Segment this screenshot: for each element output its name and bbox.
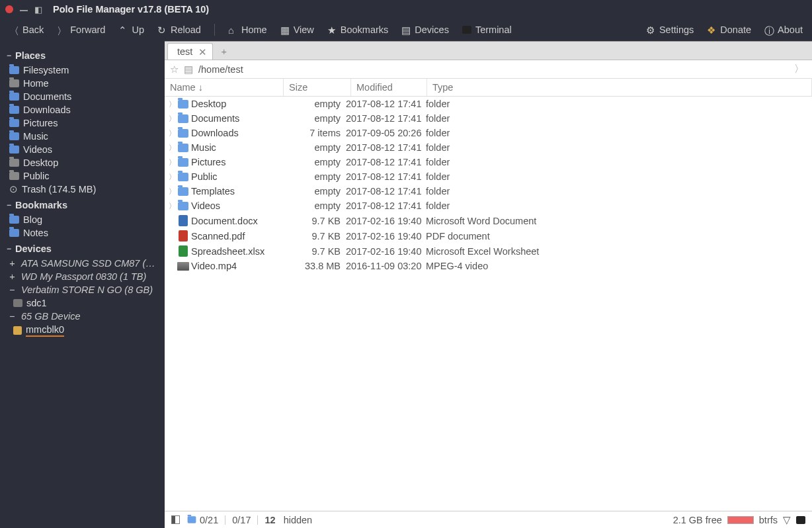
expand-icon: 〉: [167, 157, 177, 167]
up-button[interactable]: ⌃Up: [118, 24, 144, 35]
new-tab-button[interactable]: +: [213, 44, 234, 60]
device-item[interactable]: −65 GB Device: [7, 310, 161, 323]
sidebar: −Places FilesystemHomeDocumentsDownloads…: [0, 41, 165, 528]
file-modified: 2017-08-12 17:41: [346, 99, 426, 109]
sidebar-item[interactable]: Public: [7, 169, 161, 183]
file-row[interactable]: 〉 Videos empty 2017-08-12 17:41 folder: [165, 198, 812, 213]
expand-icon: +: [9, 271, 17, 282]
folder-icon: [9, 93, 19, 101]
folder-icon: [9, 216, 19, 224]
col-name[interactable]: Name ↓: [165, 79, 284, 96]
file-row[interactable]: 〉 Public empty 2017-08-12 17:41 folder: [165, 169, 812, 184]
folder-icon: [178, 187, 188, 196]
status-hidden: 12 hidden: [264, 515, 312, 525]
expand-icon: 〉: [167, 114, 177, 124]
devices-button[interactable]: ▤Devices: [401, 24, 449, 35]
forward-button[interactable]: 〉Forward: [57, 24, 105, 35]
file-modified: 2017-02-16 19:40: [346, 216, 426, 226]
col-type[interactable]: Type: [427, 79, 812, 96]
bookmarks-header[interactable]: −Bookmarks: [7, 200, 161, 210]
file-row[interactable]: Scanned.pdf 9.7 KB 2017-02-16 19:40 PDF …: [165, 228, 812, 243]
sidebar-item[interactable]: Documents: [7, 90, 161, 103]
file-row[interactable]: Document.docx 9.7 KB 2017-02-16 19:40 Mi…: [165, 213, 812, 228]
file-modified: 2017-08-12 17:41: [346, 157, 426, 167]
folder-icon: [178, 114, 188, 123]
trash-icon: ⊙: [9, 184, 18, 195]
file-type: PDF document: [426, 231, 809, 242]
places-header[interactable]: −Places: [7, 50, 161, 61]
expand-icon: 〉: [167, 99, 177, 109]
file-row[interactable]: 〉 Desktop empty 2017-08-12 17:41 folder: [165, 97, 812, 111]
file-size: empty: [282, 99, 346, 109]
path-expand-icon[interactable]: 〉: [792, 60, 807, 78]
expand-icon: 〉: [167, 128, 177, 138]
disk-icon: [13, 299, 22, 307]
collapse-icon: −: [7, 244, 11, 253]
sidebar-item[interactable]: Pictures: [7, 116, 161, 130]
doc-icon: [179, 215, 188, 226]
col-size[interactable]: Size: [284, 79, 351, 96]
donate-button[interactable]: ❖Donate: [707, 24, 751, 35]
file-type: folder: [426, 128, 809, 138]
file-modified: 2017-08-12 17:41: [346, 200, 426, 211]
file-row[interactable]: 〉 Downloads 7 items 2017-09-05 20:26 fol…: [165, 126, 812, 140]
file-row[interactable]: 〉 Pictures empty 2017-08-12 17:41 folder: [165, 155, 812, 169]
toolbar: 〈Back 〉Forward ⌃Up ↻Reload ⌂Home ▦View ★…: [0, 19, 812, 41]
tab-active[interactable]: test✕: [167, 43, 213, 60]
device-item[interactable]: −Verbatim STORE N GO (8 GB): [7, 283, 161, 296]
window-close-icon[interactable]: [5, 5, 13, 13]
status-selection: 0/21: [186, 515, 218, 525]
file-name: Desktop: [190, 99, 282, 109]
tab-close-icon[interactable]: ✕: [198, 47, 207, 58]
terminal-icon[interactable]: [796, 516, 805, 524]
free-space: 2.1 GB free: [673, 515, 722, 525]
settings-button[interactable]: ⚙Settings: [646, 24, 694, 35]
drive-icon[interactable]: ▤: [184, 64, 193, 75]
col-modified[interactable]: Modified: [351, 79, 427, 96]
file-modified: 2017-09-05 20:26: [346, 128, 426, 138]
window-minimize-icon[interactable]: [20, 10, 28, 11]
filter-icon[interactable]: ▽: [783, 515, 791, 525]
devices-header[interactable]: −Devices: [7, 243, 161, 254]
filesystem-label: btrfs: [759, 515, 778, 525]
file-row[interactable]: Video.mp4 33.8 MB 2016-11-09 03:20 MPEG-…: [165, 259, 812, 273]
sidebar-item[interactable]: Blog: [7, 213, 161, 226]
folder-icon: [9, 79, 19, 87]
layout-icon[interactable]: [171, 515, 180, 524]
file-row[interactable]: Spreadsheet.xlsx 9.7 KB 2017-02-16 19:40…: [165, 243, 812, 259]
device-item[interactable]: +WD My Passport 0830 (1 TB): [7, 270, 161, 283]
sidebar-item[interactable]: Filesystem: [7, 64, 161, 77]
file-size: 9.7 KB: [282, 246, 346, 257]
about-button[interactable]: ⓘAbout: [764, 24, 803, 35]
file-type: folder: [426, 171, 809, 182]
expand-icon: −: [9, 311, 17, 322]
sidebar-item[interactable]: Videos: [7, 143, 161, 156]
sidebar-item[interactable]: Downloads: [7, 103, 161, 116]
back-button[interactable]: 〈Back: [9, 24, 44, 35]
sidebar-item[interactable]: Music: [7, 130, 161, 143]
terminal-button[interactable]: Terminal: [462, 24, 512, 35]
path-text[interactable]: /home/test: [198, 64, 786, 75]
bookmarks-button[interactable]: ★Bookmarks: [327, 24, 389, 35]
folder-icon: [9, 132, 19, 140]
bookmark-star-icon[interactable]: ☆: [170, 64, 179, 75]
home-button[interactable]: ⌂Home: [228, 24, 267, 35]
file-row[interactable]: 〉 Templates empty 2017-08-12 17:41 folde…: [165, 184, 812, 198]
device-item[interactable]: +ATA SAMSUNG SSD CM87 (…: [7, 257, 161, 270]
device-partition[interactable]: sdc1: [7, 296, 161, 310]
sidebar-item[interactable]: ⊙Trash (174.5 MB): [7, 183, 161, 196]
view-button[interactable]: ▦View: [280, 24, 314, 35]
file-list: 〉 Desktop empty 2017-08-12 17:41 folder …: [165, 97, 812, 511]
file-row[interactable]: 〉 Music empty 2017-08-12 17:41 folder: [165, 140, 812, 155]
sidebar-item[interactable]: Home: [7, 77, 161, 90]
folder-icon: [9, 119, 19, 127]
file-row[interactable]: 〉 Documents empty 2017-08-12 17:41 folde…: [165, 111, 812, 126]
file-size: empty: [282, 142, 346, 153]
video-icon: [177, 262, 189, 271]
file-name: Documents: [190, 113, 282, 124]
sidebar-item[interactable]: Desktop: [7, 156, 161, 169]
sidebar-item[interactable]: Notes: [7, 226, 161, 240]
device-partition[interactable]: mmcblk0: [7, 323, 161, 338]
reload-button[interactable]: ↻Reload: [157, 24, 201, 35]
folder-icon: [9, 106, 19, 114]
